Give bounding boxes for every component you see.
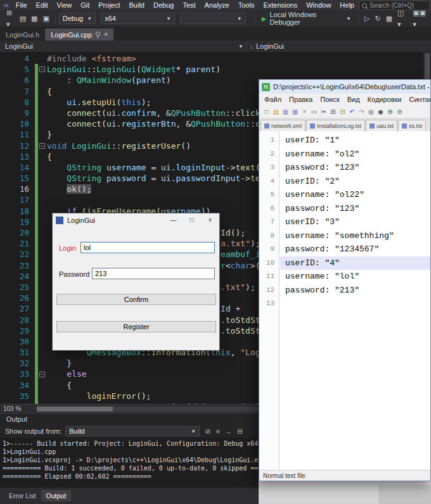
menu-item-debug[interactable]: Debug (149, 0, 178, 10)
scrollbar-thumb[interactable] (37, 406, 113, 412)
collapse-icon[interactable]: − (39, 143, 45, 149)
zoom-level[interactable]: 103 % (3, 405, 21, 412)
notepad-menu-item[interactable]: Файл (261, 96, 285, 103)
notepad-tab[interactable]: InstallationLog.txt (306, 120, 365, 131)
menu-item-analyze[interactable]: Analyze (200, 0, 234, 10)
find-icon[interactable]: ◎ (366, 107, 376, 117)
menu-item-build[interactable]: Build (125, 0, 149, 10)
notepad-tab-label: network.xml (271, 123, 302, 129)
text-line[interactable] (280, 297, 430, 311)
zoom-in-icon[interactable]: ⊕ (385, 107, 395, 117)
output-source-dropdown[interactable]: Build ▼ (65, 426, 200, 436)
code-line[interactable]: #include <fstream> (47, 53, 431, 64)
open-file-icon[interactable]: ▤ (271, 107, 281, 117)
line-number: 3 (259, 161, 279, 175)
collapse-icon[interactable]: − (39, 66, 45, 72)
text-line[interactable]: username: "ol22" (280, 188, 430, 202)
collapse-icon[interactable]: ⊟ (235, 427, 245, 436)
new-file-icon[interactable]: □ (262, 107, 271, 117)
text-line[interactable]: password: "1234567" (280, 243, 430, 256)
notepad-text-area[interactable]: 12345678910111213 userID: "1"username: "… (259, 131, 430, 470)
login-input[interactable] (80, 242, 215, 253)
notepad-menu-item[interactable]: Синтаксисы (406, 96, 431, 103)
menu-item-tools[interactable]: Tools (234, 0, 259, 10)
notepad-menu-item[interactable]: Кодировки (364, 96, 406, 103)
text-line[interactable]: password: "213" (280, 284, 430, 298)
tab-error-list[interactable]: Error List (4, 490, 41, 501)
notepad-menu-bar: ФайлПравкаПоискВидКодировкиСинтаксисы (259, 94, 430, 105)
notepad-tab[interactable]: network.xml (261, 120, 306, 131)
login-label: Login (59, 244, 76, 252)
word-wrap-icon[interactable]: ≡ (214, 427, 222, 435)
menu-item-project[interactable]: Project (94, 0, 124, 10)
maximize-button[interactable]: □ (183, 213, 201, 227)
goto-message-icon[interactable]: → (222, 427, 235, 435)
text-line[interactable]: password: "123" (280, 202, 430, 216)
paste-icon[interactable]: ⊟ (338, 107, 347, 117)
save-icon[interactable]: ▦ (281, 107, 290, 117)
register-button[interactable]: Register (56, 321, 216, 332)
collapse-icon[interactable]: − (39, 372, 45, 377)
line-number: 5 (0, 64, 30, 75)
code-line[interactable]: LoginGui::LoginGui(QWidget* parent) (47, 64, 431, 75)
line-number: 21 (0, 238, 30, 249)
chevron-down-icon: ▼ (83, 16, 92, 22)
copy-icon[interactable]: ⊞ (328, 107, 338, 117)
save-all-icon[interactable]: ▩ (290, 107, 300, 117)
notepad-menu-item[interactable]: Поиск (316, 96, 343, 103)
clear-all-icon[interactable]: ⊘ (202, 427, 213, 436)
print-icon[interactable]: ▭ (309, 107, 319, 117)
replace-icon[interactable]: ◉ (376, 107, 385, 117)
close-button[interactable]: × (201, 213, 219, 227)
notepad-title-bar[interactable]: N D:\projects\c++\LoginGui\x64\Debug\use… (259, 80, 430, 94)
text-line[interactable]: username: "lol" (280, 270, 430, 284)
save-icon[interactable]: ▦ (29, 13, 40, 24)
menu-item-view[interactable]: View (53, 0, 77, 10)
cut-icon[interactable]: ✂ (319, 107, 328, 117)
tab-label: LoginGui.cpp (51, 31, 92, 39)
minimize-button[interactable]: — (164, 213, 183, 227)
run-no-debug-icon[interactable]: ▷ (362, 13, 372, 24)
line-number: 8 (0, 97, 30, 108)
close-icon[interactable]: × (104, 31, 108, 38)
member-dropdown[interactable]: ↓ LoginGui (250, 42, 284, 51)
text-line[interactable]: userID: "3" (280, 215, 430, 229)
notepad-tab[interactable]: ss.txt (398, 120, 426, 131)
line-number: 32 (0, 358, 30, 369)
configuration-dropdown[interactable]: Debug ▼ (59, 13, 96, 24)
scope-value: LoginGui (5, 42, 33, 50)
text-line[interactable]: password: "123" (280, 161, 430, 175)
undo-icon[interactable]: ↶ (347, 107, 357, 117)
parallel-stacks-icon[interactable]: ▦ (383, 13, 395, 24)
local-windows-debugger-button[interactable]: ▶ Local Windows Debugger ▼ (262, 11, 351, 26)
redo-icon[interactable]: ↷ (357, 107, 366, 117)
close-icon[interactable]: × (300, 107, 309, 117)
platform-dropdown[interactable]: x64 ▼ (101, 13, 175, 24)
menu-item-test[interactable]: Test (178, 0, 200, 10)
notepad-menu-item[interactable]: Правка (285, 96, 316, 103)
menu-item-help[interactable]: Help (335, 0, 359, 10)
save-all-icon[interactable]: ▣ (40, 13, 51, 24)
notepad-menu-item[interactable]: Вид (344, 96, 364, 103)
scope-dropdown[interactable]: LoginGui ▼ (5, 42, 243, 51)
notepad-tab-label: uau.txt (376, 123, 394, 129)
notepad-tab[interactable]: uau.txt (366, 120, 397, 131)
pin-icon[interactable] (96, 32, 100, 36)
text-line[interactable]: userID: "1" (280, 134, 430, 148)
tab-logingui-h[interactable]: LoginGui.h (0, 28, 45, 41)
password-input[interactable] (92, 268, 215, 279)
hot-reload-icon[interactable]: ↻ (372, 13, 383, 24)
menu-item-extensions[interactable]: Extensions (259, 0, 302, 10)
open-file-icon[interactable]: ▤ (17, 13, 29, 24)
confirm-button[interactable]: Confirm (56, 294, 216, 305)
text-line[interactable]: username: "ol2" (280, 148, 430, 161)
menu-item-git[interactable]: Git (76, 0, 94, 10)
text-line[interactable]: userID: "2" (280, 175, 430, 189)
target-dropdown[interactable]: ▼ (180, 13, 246, 24)
tab-output[interactable]: Output (41, 490, 72, 501)
tab-logingui-cpp[interactable]: LoginGui.cpp × (45, 28, 113, 41)
zoom-out-icon[interactable]: ⊖ (395, 107, 404, 117)
text-line[interactable]: userID: "4" (280, 256, 430, 270)
menu-item-window[interactable]: Window (302, 0, 335, 10)
text-line[interactable]: username: "somethhing" (280, 229, 430, 243)
